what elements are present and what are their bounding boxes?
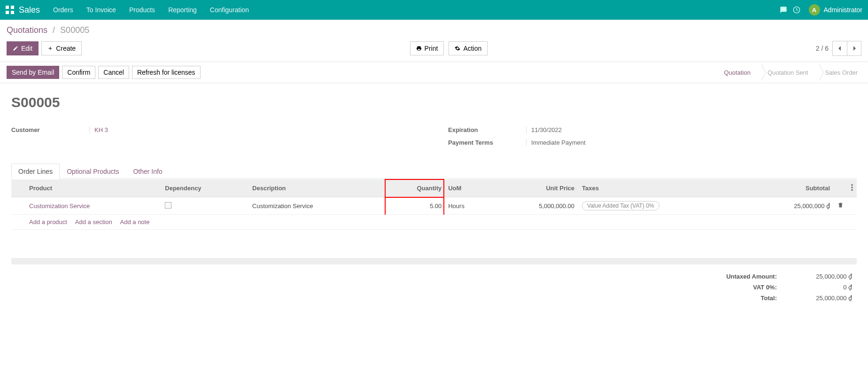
trash-icon <box>837 202 844 208</box>
plus-icon <box>47 46 53 51</box>
row-product[interactable]: Customization Service <box>29 202 90 210</box>
nav-configuration[interactable]: Configuration <box>210 6 249 14</box>
tab-other-info[interactable]: Other Info <box>126 163 169 179</box>
print-label: Print <box>425 45 438 52</box>
add-product-link[interactable]: Add a product <box>29 218 67 225</box>
col-unit-price[interactable]: Unit Price <box>492 179 578 197</box>
avatar[interactable]: A <box>809 4 820 16</box>
row-subtotal: 25,000,000 ₫ <box>747 197 834 215</box>
table-row[interactable]: Customization Service Customization Serv… <box>11 197 857 215</box>
col-kebab[interactable] <box>847 179 857 197</box>
app-brand[interactable]: Sales <box>19 5 40 15</box>
table-footer-bar <box>11 258 857 264</box>
create-label: Create <box>56 45 76 52</box>
gear-icon <box>455 46 460 51</box>
nav-to-invoice[interactable]: To Invoice <box>86 6 116 14</box>
svg-rect-0 <box>6 6 9 9</box>
pager-text: 2 / 6 <box>816 45 829 52</box>
nav-orders[interactable]: Orders <box>53 6 73 14</box>
customer-label: Customer <box>11 126 89 133</box>
order-lines-table: Product Dependency Description Quantity … <box>11 179 857 264</box>
svg-rect-3 <box>11 11 14 14</box>
top-navbar: Sales Orders To Invoice Products Reporti… <box>0 0 868 20</box>
activities-icon[interactable] <box>793 6 800 14</box>
chevron-right-icon <box>852 46 857 51</box>
payment-terms-label: Payment Terms <box>448 139 526 146</box>
apps-icon[interactable] <box>6 6 14 14</box>
col-subtotal[interactable]: Subtotal <box>747 179 834 197</box>
print-button[interactable]: Print <box>410 41 444 55</box>
add-section-link[interactable]: Add a section <box>75 218 112 225</box>
add-note-link[interactable]: Add a note <box>120 218 150 225</box>
create-button[interactable]: Create <box>41 41 82 55</box>
action-label: Action <box>463 45 481 52</box>
chevron-left-icon <box>837 46 842 51</box>
breadcrumb-root[interactable]: Quotations <box>7 25 47 35</box>
vat-value: 0 ₫ <box>796 284 852 291</box>
pager-next[interactable] <box>847 41 861 55</box>
expiration-value: 11/30/2022 <box>526 126 857 133</box>
breadcrumb-leaf: S00005 <box>60 25 89 35</box>
row-quantity[interactable]: 5.00 <box>385 197 444 215</box>
col-quantity[interactable]: Quantity <box>385 179 444 197</box>
breadcrumb: Quotations / S00005 <box>7 25 861 35</box>
payment-terms-value: Immediate Payment <box>526 139 857 146</box>
refresh-licenses-button[interactable]: Refresh for licenses <box>132 66 201 79</box>
status-sales-order[interactable]: Sales Order <box>819 64 868 81</box>
pencil-icon <box>13 46 18 51</box>
svg-point-6 <box>851 186 853 188</box>
untaxed-label: Untaxed Amount: <box>726 273 777 280</box>
kebab-icon <box>851 184 853 191</box>
col-handle <box>11 179 25 197</box>
total-value: 25,000,000 ₫ <box>796 295 852 302</box>
nav-products[interactable]: Products <box>129 6 155 14</box>
col-product[interactable]: Product <box>25 179 161 197</box>
total-label: Total: <box>726 295 777 302</box>
col-delete <box>834 179 847 197</box>
col-description[interactable]: Description <box>248 179 385 197</box>
delete-row-button[interactable] <box>837 202 844 210</box>
vat-label: VAT 0%: <box>726 284 777 291</box>
status-steps: Quotation Quotation Sent Sales Order <box>718 64 868 81</box>
action-button[interactable]: Action <box>449 41 488 55</box>
tab-order-lines[interactable]: Order Lines <box>11 163 60 179</box>
row-description: Customization Service <box>248 197 385 215</box>
messaging-icon[interactable] <box>780 6 787 14</box>
row-unit-price: 5,000,000.00 <box>492 197 578 215</box>
svg-point-5 <box>851 184 853 186</box>
col-dependency[interactable]: Dependency <box>161 179 248 197</box>
edit-label: Edit <box>21 45 32 52</box>
customer-value[interactable]: KH 3 <box>89 126 420 133</box>
breadcrumb-sep: / <box>53 25 55 35</box>
edit-button[interactable]: Edit <box>7 41 39 55</box>
status-quotation[interactable]: Quotation <box>718 64 761 81</box>
svg-rect-2 <box>6 11 9 14</box>
dependency-checkbox[interactable] <box>165 202 171 209</box>
cancel-button[interactable]: Cancel <box>98 66 129 79</box>
svg-point-7 <box>851 189 853 191</box>
confirm-button[interactable]: Confirm <box>62 66 95 79</box>
pager-prev[interactable] <box>833 41 847 55</box>
tab-optional-products[interactable]: Optional Products <box>60 163 126 179</box>
username[interactable]: Administrator <box>824 6 862 14</box>
print-icon <box>416 46 422 51</box>
status-quotation-sent[interactable]: Quotation Sent <box>761 64 819 81</box>
col-taxes[interactable]: Taxes <box>578 179 747 197</box>
col-uom[interactable]: UoM <box>444 179 492 197</box>
svg-rect-1 <box>11 6 14 9</box>
page-title: S00005 <box>11 94 857 110</box>
row-uom: Hours <box>444 197 492 215</box>
tabs: Order Lines Optional Products Other Info <box>11 163 857 179</box>
expiration-label: Expiration <box>448 126 526 133</box>
nav-reporting[interactable]: Reporting <box>168 6 197 14</box>
tax-badge[interactable]: Value Added Tax (VAT) 0% <box>582 201 659 210</box>
untaxed-value: 25,000,000 ₫ <box>796 273 852 280</box>
send-email-button[interactable]: Send by Email <box>7 66 59 79</box>
